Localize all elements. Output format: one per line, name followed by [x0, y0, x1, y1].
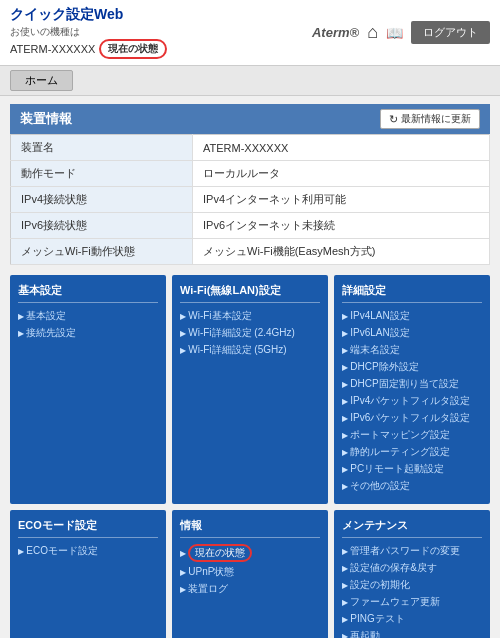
panel-eco: ECOモード設定 ▶ ECOモード設定	[10, 510, 166, 638]
row-label: 動作モード	[11, 161, 193, 187]
panel-eco-title: ECOモード設定	[18, 518, 158, 538]
home-button[interactable]: ホーム	[10, 70, 73, 91]
row-label: IPv4接続状態	[11, 187, 193, 213]
panel-advanced-title: 詳細設定	[342, 283, 482, 303]
panel-info: 情報 ▶ 現在の状態▶ UPnP状態▶ 装置ログ	[172, 510, 328, 638]
table-row: 動作モードローカルルータ	[11, 161, 490, 187]
row-label: IPv6接続状態	[11, 213, 193, 239]
basic-links: ▶ 基本設定▶ 接続先設定	[18, 309, 158, 340]
link-device-log[interactable]: ▶ 装置ログ	[180, 582, 320, 596]
link-wifi-basic[interactable]: ▶ Wi-Fi基本設定	[180, 309, 320, 323]
table-row: メッシュWi-Fi動作状態メッシュWi-Fi機能(EasyMesh方式)	[11, 239, 490, 265]
link-connection-config[interactable]: ▶ 接続先設定	[18, 326, 158, 340]
panel-wifi: Wi-Fi(無線LAN)設定 ▶ Wi-Fi基本設定▶ Wi-Fi詳細設定 (2…	[172, 275, 328, 504]
advanced-links: ▶ IPv4LAN設定▶ IPv6LAN設定▶ 端末名設定▶ DHCP除外設定▶…	[342, 309, 482, 493]
link-config-save[interactable]: ▶ 設定値の保存&戻す	[342, 561, 482, 575]
link-dhcp-exclude[interactable]: ▶ DHCP除外設定	[342, 360, 482, 374]
row-value: IPv6インターネット未接続	[193, 213, 490, 239]
link-other[interactable]: ▶ その他の設定	[342, 479, 482, 493]
app-title: クイック設定Web	[10, 6, 167, 24]
row-value: IPv4インターネット利用可能	[193, 187, 490, 213]
link-pc-remote[interactable]: ▶ PCリモート起動設定	[342, 462, 482, 476]
device-id: ATERM-XXXXXX	[10, 43, 95, 55]
wifi-links: ▶ Wi-Fi基本設定▶ Wi-Fi詳細設定 (2.4GHz)▶ Wi-Fi詳細…	[180, 309, 320, 357]
header-right: Aterm® ⌂ 📖 ログアウト	[312, 21, 490, 44]
status-badge[interactable]: 現在の状態	[99, 39, 167, 59]
link-current-status[interactable]: ▶ 現在の状態	[180, 544, 320, 562]
refresh-button[interactable]: ↻ 最新情報に更新	[380, 109, 480, 129]
panel-row-2: ECOモード設定 ▶ ECOモード設定 情報 ▶ 現在の状態▶ UPnP状態▶ …	[10, 510, 490, 638]
link-dhcp-fixed[interactable]: ▶ DHCP固定割り当て設定	[342, 377, 482, 391]
panel-basic-title: 基本設定	[18, 283, 158, 303]
link-ping-test[interactable]: ▶ PINGテスト	[342, 612, 482, 626]
link-static-routing[interactable]: ▶ 静的ルーティング設定	[342, 445, 482, 459]
panel-basic: 基本設定 ▶ 基本設定▶ 接続先設定	[10, 275, 166, 504]
link-wifi-5[interactable]: ▶ Wi-Fi詳細設定 (5GHz)	[180, 343, 320, 357]
link-hostname[interactable]: ▶ 端末名設定	[342, 343, 482, 357]
header-subtitle: お使いの機種は	[10, 25, 167, 39]
table-row: IPv4接続状態IPv4インターネット利用可能	[11, 187, 490, 213]
link-ipv4-filter[interactable]: ▶ IPv4パケットフィルタ設定	[342, 394, 482, 408]
link-wifi-24[interactable]: ▶ Wi-Fi詳細設定 (2.4GHz)	[180, 326, 320, 340]
navbar: ホーム	[0, 66, 500, 96]
row-label: 装置名	[11, 135, 193, 161]
panel-maintenance-title: メンテナンス	[342, 518, 482, 538]
row-value: ローカルルータ	[193, 161, 490, 187]
header-left: クイック設定Web お使いの機種は ATERM-XXXXXX 現在の状態	[10, 6, 167, 59]
eco-links: ▶ ECOモード設定	[18, 544, 158, 558]
table-row: IPv6接続状態IPv6インターネット未接続	[11, 213, 490, 239]
brand-logo: Aterm®	[312, 25, 359, 40]
panel-wifi-title: Wi-Fi(無線LAN)設定	[180, 283, 320, 303]
link-reboot[interactable]: ▶ 再起動	[342, 629, 482, 638]
link-ipv6-filter[interactable]: ▶ IPv6パケットフィルタ設定	[342, 411, 482, 425]
maintenance-links: ▶ 管理者パスワードの変更▶ 設定値の保存&戻す▶ 設定の初期化▶ ファームウェ…	[342, 544, 482, 638]
main-content: 装置情報 ↻ 最新情報に更新 装置名ATERM-XXXXXX動作モードローカルル…	[0, 96, 500, 638]
link-firmware-update[interactable]: ▶ ファームウェア更新	[342, 595, 482, 609]
panel-maintenance: メンテナンス ▶ 管理者パスワードの変更▶ 設定値の保存&戻す▶ 設定の初期化▶…	[334, 510, 490, 638]
refresh-label: 最新情報に更新	[401, 112, 471, 126]
logout-button[interactable]: ログアウト	[411, 21, 490, 44]
device-info-section-header: 装置情報 ↻ 最新情報に更新	[10, 104, 490, 134]
bookmark-icon[interactable]: 📖	[386, 25, 403, 41]
link-ipv6lan[interactable]: ▶ IPv6LAN設定	[342, 326, 482, 340]
info-links: ▶ 現在の状態▶ UPnP状態▶ 装置ログ	[180, 544, 320, 596]
device-info-header: ATERM-XXXXXX 現在の状態	[10, 39, 167, 59]
row-label: メッシュWi-Fi動作状態	[11, 239, 193, 265]
panel-advanced: 詳細設定 ▶ IPv4LAN設定▶ IPv6LAN設定▶ 端末名設定▶ DHCP…	[334, 275, 490, 504]
device-info-table: 装置名ATERM-XXXXXX動作モードローカルルータIPv4接続状態IPv4イ…	[10, 134, 490, 265]
link-factory-reset[interactable]: ▶ 設定の初期化	[342, 578, 482, 592]
refresh-icon: ↻	[389, 113, 398, 126]
link-ipv4lan[interactable]: ▶ IPv4LAN設定	[342, 309, 482, 323]
header: クイック設定Web お使いの機種は ATERM-XXXXXX 現在の状態 Ate…	[0, 0, 500, 66]
link-port-mapping[interactable]: ▶ ポートマッピング設定	[342, 428, 482, 442]
panel-info-title: 情報	[180, 518, 320, 538]
link-upnp-status[interactable]: ▶ UPnP状態	[180, 565, 320, 579]
subtitle-prefix: お使いの機種は	[10, 26, 80, 37]
home-icon[interactable]: ⌂	[367, 22, 378, 43]
table-row: 装置名ATERM-XXXXXX	[11, 135, 490, 161]
link-basic-config[interactable]: ▶ 基本設定	[18, 309, 158, 323]
row-value: ATERM-XXXXXX	[193, 135, 490, 161]
section-title: 装置情報	[20, 110, 72, 128]
panel-row-1: 基本設定 ▶ 基本設定▶ 接続先設定 Wi-Fi(無線LAN)設定 ▶ Wi-F…	[10, 275, 490, 504]
row-value: メッシュWi-Fi機能(EasyMesh方式)	[193, 239, 490, 265]
link-admin-pw[interactable]: ▶ 管理者パスワードの変更	[342, 544, 482, 558]
link-eco-config[interactable]: ▶ ECOモード設定	[18, 544, 158, 558]
